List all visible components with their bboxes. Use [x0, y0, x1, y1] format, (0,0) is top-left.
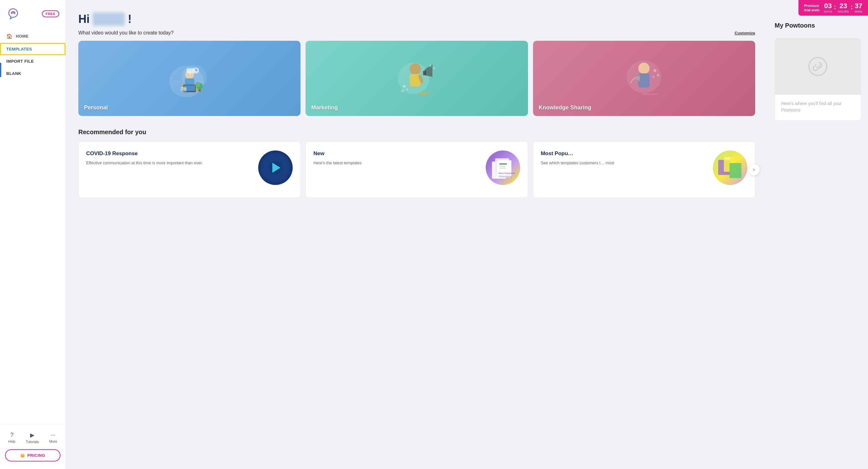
customize-link[interactable]: Customize — [735, 31, 755, 35]
rec-card-covid-image — [258, 150, 293, 185]
recommended-title: Recommended for you — [78, 128, 755, 136]
bottom-actions-group: ? Help ▶ Tutorials ··· More — [0, 429, 65, 446]
pricing-button[interactable]: 👑 PRICING — [5, 449, 60, 462]
svg-point-36 — [653, 69, 656, 72]
sidebar: FREE 🏠 HOME TEMPLATES IMPORT FILE BLANK … — [0, 0, 66, 469]
svg-rect-50 — [730, 163, 741, 178]
knowledge-card-label: Knowledge Sharing — [539, 105, 591, 111]
timer-days-num: 03 — [824, 2, 832, 9]
template-card-knowledge[interactable]: Knowledge Sharing — [533, 41, 755, 116]
rec-card-covid-desc: Effective communication at this time is … — [86, 160, 253, 166]
sidebar-item-templates[interactable]: TEMPLATES — [0, 43, 65, 55]
svg-point-35 — [636, 80, 640, 82]
free-badge: FREE — [42, 10, 59, 17]
svg-rect-32 — [638, 74, 650, 87]
tutorials-label: Tutorials — [26, 440, 39, 444]
template-card-marketing[interactable]: ✕ ✕ Marketing — [306, 41, 528, 116]
svg-rect-43 — [499, 163, 507, 165]
countdown-timer: 03 DAYS : 23 HOURS : 37 MINS — [824, 2, 862, 13]
svg-rect-44 — [499, 166, 505, 167]
timer-days: 03 DAYS — [824, 2, 832, 13]
svg-rect-52 — [724, 159, 730, 160]
help-icon: ? — [10, 432, 13, 438]
sidebar-item-blank-label: BLANK — [6, 71, 21, 76]
svg-point-19 — [409, 63, 421, 75]
timer-mins-num: 37 — [855, 2, 862, 9]
timer-hours-num: 23 — [839, 2, 847, 9]
sidebar-navigation: 🏠 HOME TEMPLATES IMPORT FILE BLANK — [0, 26, 65, 424]
svg-point-27 — [406, 88, 408, 90]
rec-card-new-desc: Here's the latest templates — [313, 160, 480, 166]
trial-text: Premium trial ends — [804, 3, 819, 12]
section-subheader: What video would you like to create toda… — [78, 30, 755, 36]
svg-point-28 — [401, 89, 404, 92]
my-powtoons-title: My Powtoons — [775, 22, 861, 29]
more-label: More — [49, 440, 57, 443]
svg-point-37 — [657, 74, 659, 77]
rec-card-popular-desc: See which templates customers l… most — [541, 160, 708, 166]
timer-hours: 23 HOURS — [838, 2, 849, 13]
sidebar-item-import[interactable]: IMPORT FILE — [0, 55, 65, 67]
rec-card-popular[interactable]: Most Popu… See which templates customers… — [533, 141, 755, 198]
pricing-label: PRICING — [27, 453, 45, 458]
sidebar-bottom: ? Help ▶ Tutorials ··· More 👑 PRICING — [0, 424, 65, 469]
main-content: Hi ! What video would you like to create… — [66, 0, 768, 469]
rec-card-new-title: New — [313, 150, 480, 157]
powtoons-empty-message: Here's where you'll find all your Powtoo… — [775, 95, 861, 120]
svg-point-31 — [638, 63, 650, 74]
rec-card-new-image: New Customer Onboarding — [486, 150, 520, 185]
template-card-personal[interactable]: Personal — [78, 41, 301, 116]
template-cards-grid: Personal ✕ ✕ — [78, 41, 755, 116]
svg-rect-51 — [724, 158, 731, 158]
greeting-name — [93, 12, 125, 26]
rec-card-new[interactable]: New Here's the latest templates New Cust… — [306, 141, 528, 198]
sidebar-item-templates-label: TEMPLATES — [6, 47, 32, 51]
sidebar-item-blank[interactable]: BLANK — [0, 67, 65, 80]
timer-mins: 37 MINS — [855, 2, 863, 13]
greeting-prefix: Hi — [78, 12, 90, 26]
svg-point-16 — [181, 88, 183, 89]
svg-text:✕: ✕ — [429, 63, 432, 68]
sidebar-item-home[interactable]: 🏠 HOME — [0, 29, 65, 43]
home-icon: 🏠 — [6, 33, 13, 39]
more-button[interactable]: ··· More — [49, 432, 57, 444]
svg-text:New Customer: New Customer — [499, 172, 516, 175]
next-arrow-button[interactable]: › — [748, 164, 760, 175]
greeting-heading: Hi ! — [78, 12, 755, 26]
timer-mins-label: MINS — [855, 10, 863, 13]
covid-play-icon — [265, 157, 286, 179]
sidebar-logo-area: FREE — [0, 0, 65, 26]
powtoons-thumbnail — [775, 38, 861, 95]
rec-card-popular-image — [713, 150, 747, 185]
rec-card-popular-text: Most Popu… See which templates customers… — [541, 150, 708, 166]
powtoon-logo-icon — [6, 7, 20, 21]
greeting-suffix: ! — [128, 12, 132, 26]
sidebar-item-home-label: HOME — [16, 34, 29, 38]
powtoons-card: Here's where you'll find all your Powtoo… — [775, 38, 861, 121]
rec-card-popular-title: Most Popu… — [541, 150, 708, 157]
sidebar-item-import-label: IMPORT FILE — [6, 59, 34, 64]
empty-play-icon — [808, 57, 827, 76]
recommended-cards-grid: COVID-19 Response Effective communicatio… — [78, 141, 755, 198]
svg-rect-45 — [499, 168, 506, 169]
svg-text:✕: ✕ — [432, 66, 436, 70]
rec-card-covid-title: COVID-19 Response — [86, 150, 253, 157]
svg-rect-39 — [642, 93, 658, 95]
rec-card-covid-text: COVID-19 Response Effective communicatio… — [86, 150, 253, 166]
tutorials-button[interactable]: ▶ Tutorials — [26, 432, 39, 444]
svg-rect-23 — [423, 71, 426, 75]
section-subtitle: What video would you like to create toda… — [78, 30, 174, 36]
more-icon: ··· — [51, 432, 56, 438]
help-button[interactable]: ? Help — [8, 432, 16, 444]
svg-rect-29 — [418, 92, 429, 94]
svg-point-9 — [195, 82, 200, 87]
personal-illustration — [78, 41, 301, 116]
marketing-illustration: ✕ ✕ — [306, 41, 528, 116]
marketing-card-label: Marketing — [311, 105, 338, 111]
personal-card-label: Personal — [84, 105, 108, 111]
rec-card-covid[interactable]: COVID-19 Response Effective communicatio… — [78, 141, 301, 198]
premium-trial-banner: Premium trial ends 03 DAYS : 23 HOURS : … — [799, 0, 868, 16]
timer-sep-2: : — [851, 4, 853, 10]
svg-text:Onboarding: Onboarding — [499, 175, 512, 178]
svg-point-26 — [403, 85, 405, 87]
